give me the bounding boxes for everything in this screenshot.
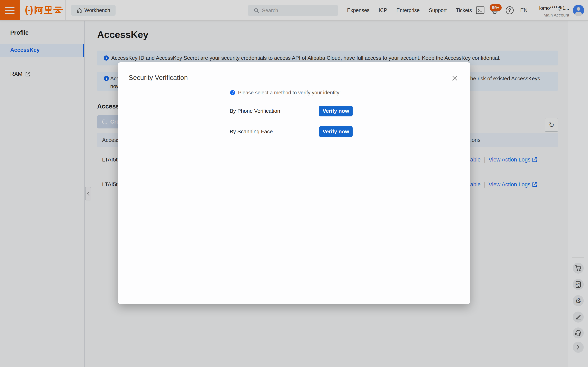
verify-prompt-text: Please select a method to verify your id… <box>238 90 341 96</box>
close-icon <box>451 75 458 81</box>
info-icon: i <box>230 90 235 95</box>
method-face-label: By Scanning Face <box>230 128 273 135</box>
dialog-title: Security Verification <box>129 74 188 82</box>
method-phone-verification: By Phone Verification Verify now <box>230 101 353 121</box>
verification-methods: By Phone Verification Verify now By Scan… <box>230 101 353 142</box>
verify-prompt: i Please select a method to verify your … <box>230 90 341 96</box>
method-scanning-face: By Scanning Face Verify now <box>230 121 353 142</box>
security-verification-dialog: Security Verification i Please select a … <box>118 62 470 304</box>
close-button[interactable] <box>451 74 458 82</box>
verify-now-phone-button[interactable]: Verify now <box>319 106 353 117</box>
verify-now-face-button[interactable]: Verify now <box>319 126 353 137</box>
method-phone-label: By Phone Verification <box>230 108 280 114</box>
